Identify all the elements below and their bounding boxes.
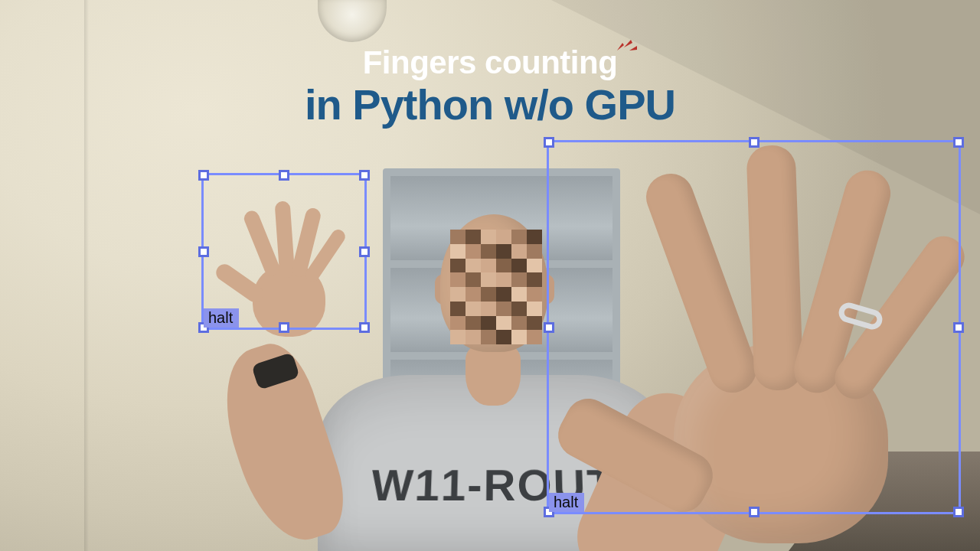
thumbnail-image: W11-ROUTE Fingers counting in Python w/: [0, 0, 980, 551]
resize-handle: [749, 507, 760, 517]
resize-handle: [359, 322, 370, 333]
resize-handle: [198, 246, 209, 257]
svg-marker-0: [617, 43, 624, 51]
person-neck: [466, 344, 521, 406]
title-line1: Fingers counting: [363, 44, 618, 81]
title-block: Fingers counting in Python w/o GPU: [0, 44, 980, 129]
resize-handle: [544, 322, 554, 333]
detection-label: halt: [204, 308, 239, 328]
accent-icon: [614, 31, 637, 54]
detection-label: halt: [549, 493, 584, 512]
resize-handle: [544, 137, 554, 148]
resize-handle: [359, 246, 370, 257]
resize-handle: [749, 137, 760, 148]
resize-handle: [953, 322, 964, 333]
svg-marker-1: [624, 40, 632, 47]
ceiling-light: [318, 0, 387, 42]
resize-handle: [279, 322, 289, 333]
title-line2: in Python w/o GPU: [0, 80, 980, 129]
face-pixelation: [450, 230, 542, 344]
resize-handle: [359, 170, 370, 181]
detection-box-left: halt: [201, 173, 367, 330]
resize-handle: [198, 170, 209, 181]
resize-handle: [953, 137, 964, 148]
detection-box-right: halt: [547, 140, 961, 514]
title-line1-text: Fingers counting: [363, 44, 618, 80]
svg-marker-2: [629, 46, 637, 51]
resize-handle: [953, 507, 964, 517]
resize-handle: [279, 170, 289, 181]
